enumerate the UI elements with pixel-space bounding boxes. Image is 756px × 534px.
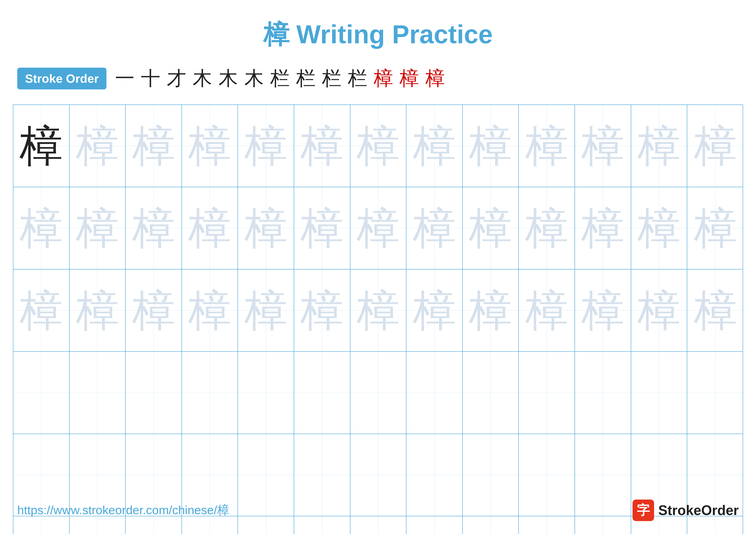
- char-light: 樟: [637, 207, 681, 250]
- grid-cell-4-13[interactable]: [687, 352, 743, 434]
- char-light: 樟: [357, 124, 400, 167]
- grid-cell-4-7[interactable]: [350, 352, 407, 434]
- char-light: 樟: [132, 124, 175, 167]
- grid-cell-3-11[interactable]: 樟: [575, 269, 631, 351]
- char-light: 樟: [469, 289, 512, 332]
- char-light: 樟: [244, 124, 287, 167]
- grid-row-1: 樟 樟 樟 樟 樟 樟 樟 樟 樟 樟 樟 樟 樟: [14, 105, 742, 187]
- grid-cell-2-6[interactable]: 樟: [294, 187, 350, 269]
- grid-cell-1-1[interactable]: 樟: [14, 105, 69, 187]
- grid-cell-4-5[interactable]: [238, 352, 294, 434]
- grid-cell-3-3[interactable]: 樟: [126, 269, 182, 351]
- stroke-13: 樟: [425, 65, 445, 91]
- char-light: 樟: [300, 289, 343, 332]
- grid-cell-1-12[interactable]: 樟: [631, 105, 688, 187]
- char-light: 樟: [469, 207, 512, 250]
- grid-cell-2-5[interactable]: 樟: [238, 187, 294, 269]
- grid-cell-1-8[interactable]: 樟: [406, 105, 463, 187]
- grid-cell-4-4[interactable]: [182, 352, 238, 434]
- stroke-4: 木: [193, 65, 212, 91]
- grid-cell-3-5[interactable]: 樟: [238, 269, 294, 351]
- strokeorder-logo-icon: 字: [633, 499, 654, 521]
- stroke-6: 木: [244, 65, 264, 91]
- stroke-order-row: Stroke Order 一 十 才 木 木 木 栏 栏 栏 栏 樟 樟 樟: [0, 61, 756, 100]
- char-light: 樟: [76, 289, 119, 332]
- grid-cell-2-11[interactable]: 樟: [575, 187, 631, 269]
- grid-cell-2-7[interactable]: 樟: [350, 187, 407, 269]
- grid-cell-2-10[interactable]: 樟: [519, 187, 575, 269]
- grid-cell-3-6[interactable]: 樟: [294, 269, 350, 351]
- stroke-chars: 一 十 才 木 木 木 栏 栏 栏 栏 樟 樟 樟: [115, 65, 445, 91]
- char-light: 樟: [469, 124, 512, 167]
- grid-cell-4-8[interactable]: [406, 352, 463, 434]
- grid-cell-2-3[interactable]: 樟: [126, 187, 182, 269]
- grid-cell-3-10[interactable]: 樟: [519, 269, 575, 351]
- char-dark: 樟: [20, 124, 63, 167]
- grid-cell-4-12[interactable]: [631, 352, 688, 434]
- grid-cell-1-6[interactable]: 樟: [294, 105, 350, 187]
- grid-row-2: 樟 樟 樟 樟 樟 樟 樟 樟 樟 樟 樟 樟 樟: [14, 187, 742, 269]
- grid-cell-2-9[interactable]: 樟: [463, 187, 519, 269]
- grid-cell-4-9[interactable]: [463, 352, 519, 434]
- grid-cell-4-2[interactable]: [69, 352, 126, 434]
- grid-cell-4-11[interactable]: [575, 352, 631, 434]
- grid-cell-3-8[interactable]: 樟: [406, 269, 463, 351]
- grid-cell-3-7[interactable]: 樟: [350, 269, 407, 351]
- char-light: 樟: [413, 207, 456, 250]
- char-light: 樟: [357, 289, 400, 332]
- char-light: 樟: [244, 289, 287, 332]
- grid-cell-4-1[interactable]: [14, 352, 69, 434]
- grid-cell-1-10[interactable]: 樟: [519, 105, 575, 187]
- char-light: 樟: [413, 124, 456, 167]
- grid-cell-3-1[interactable]: 樟: [14, 269, 69, 351]
- stroke-3: 才: [167, 65, 186, 91]
- grid-cell-4-6[interactable]: [294, 352, 350, 434]
- grid-cell-3-2[interactable]: 樟: [69, 269, 126, 351]
- grid-cell-2-13[interactable]: 樟: [687, 187, 743, 269]
- grid-cell-1-4[interactable]: 樟: [182, 105, 238, 187]
- grid-cell-1-13[interactable]: 樟: [687, 105, 743, 187]
- grid-cell-2-1[interactable]: 樟: [14, 187, 69, 269]
- footer: https://www.strokeorder.com/chinese/樟 字 …: [0, 499, 756, 521]
- char-light: 樟: [76, 124, 119, 167]
- grid-cell-2-12[interactable]: 樟: [631, 187, 688, 269]
- page-title: 樟 Writing Practice: [0, 0, 756, 61]
- grid-row-3: 樟 樟 樟 樟 樟 樟 樟 樟 樟 樟 樟 樟 樟: [14, 269, 742, 352]
- grid-cell-1-2[interactable]: 樟: [69, 105, 126, 187]
- grid-cell-3-13[interactable]: 樟: [687, 269, 743, 351]
- grid-cell-1-9[interactable]: 樟: [463, 105, 519, 187]
- grid-cell-3-12[interactable]: 樟: [631, 269, 688, 351]
- stroke-2: 十: [141, 65, 160, 91]
- char-light: 樟: [76, 207, 119, 250]
- char-light: 樟: [581, 289, 624, 332]
- footer-url[interactable]: https://www.strokeorder.com/chinese/樟: [17, 502, 229, 519]
- char-light: 樟: [188, 289, 231, 332]
- char-light: 樟: [413, 289, 456, 332]
- grid-cell-2-4[interactable]: 樟: [182, 187, 238, 269]
- grid-cell-1-7[interactable]: 樟: [350, 105, 407, 187]
- char-light: 樟: [132, 289, 175, 332]
- grid-cell-3-4[interactable]: 樟: [182, 269, 238, 351]
- char-light: 樟: [188, 207, 231, 250]
- stroke-8: 栏: [296, 65, 315, 91]
- grid-cell-2-8[interactable]: 樟: [406, 187, 463, 269]
- grid-cell-4-3[interactable]: [126, 352, 182, 434]
- stroke-10: 栏: [348, 65, 367, 91]
- char-light: 樟: [244, 207, 287, 250]
- grid-cell-1-5[interactable]: 樟: [238, 105, 294, 187]
- stroke-7: 栏: [270, 65, 290, 91]
- stroke-1: 一: [115, 65, 134, 91]
- grid-row-4: [14, 352, 742, 434]
- char-light: 樟: [525, 289, 568, 332]
- stroke-order-badge: Stroke Order: [17, 68, 106, 89]
- char-light: 樟: [525, 207, 568, 250]
- grid-cell-4-10[interactable]: [519, 352, 575, 434]
- grid-cell-1-11[interactable]: 樟: [575, 105, 631, 187]
- char-light: 樟: [20, 207, 63, 250]
- grid-cell-2-2[interactable]: 樟: [69, 187, 126, 269]
- grid-cell-1-3[interactable]: 樟: [126, 105, 182, 187]
- char-light: 樟: [637, 289, 681, 332]
- grid-cell-3-9[interactable]: 樟: [463, 269, 519, 351]
- char-light: 樟: [694, 124, 737, 167]
- stroke-12: 樟: [399, 65, 419, 91]
